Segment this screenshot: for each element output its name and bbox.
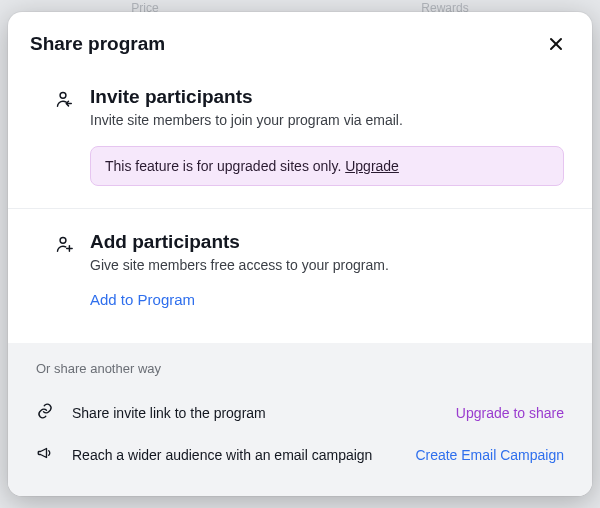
share-other-ways: Or share another way Share invite link t… <box>8 343 592 496</box>
upgrade-link[interactable]: Upgrade <box>345 158 399 174</box>
share-program-modal: Share program Invite participants <box>8 12 592 496</box>
modal-header: Share program <box>8 12 592 64</box>
svg-point-3 <box>60 237 66 243</box>
upgrade-to-share-link[interactable]: Upgrade to share <box>456 405 564 421</box>
add-to-program-link[interactable]: Add to Program <box>90 291 195 308</box>
close-icon <box>548 36 564 52</box>
modal-title: Share program <box>30 33 165 55</box>
invite-desc: Invite site members to join your program… <box>90 112 564 128</box>
share-link-row: Share invite link to the program Upgrade… <box>36 392 564 434</box>
share-other-heading: Or share another way <box>36 361 564 376</box>
add-section: Add participants Give site members free … <box>8 208 592 331</box>
person-invite-icon <box>52 86 82 186</box>
create-email-campaign-link[interactable]: Create Email Campaign <box>415 447 564 463</box>
upgrade-banner-text: This feature is for upgraded sites only. <box>105 158 345 174</box>
email-campaign-label: Reach a wider audience with an email cam… <box>64 447 415 463</box>
link-icon <box>36 402 64 424</box>
upgrade-banner: This feature is for upgraded sites only.… <box>90 146 564 186</box>
add-title: Add participants <box>90 231 564 253</box>
share-link-label: Share invite link to the program <box>64 405 456 421</box>
invite-section: Invite participants Invite site members … <box>8 64 592 208</box>
close-button[interactable] <box>542 30 570 58</box>
email-campaign-row: Reach a wider audience with an email cam… <box>36 434 564 476</box>
add-desc: Give site members free access to your pr… <box>90 257 564 273</box>
svg-point-2 <box>60 92 66 98</box>
invite-title: Invite participants <box>90 86 564 108</box>
megaphone-icon <box>36 444 64 466</box>
person-add-icon <box>52 231 82 309</box>
